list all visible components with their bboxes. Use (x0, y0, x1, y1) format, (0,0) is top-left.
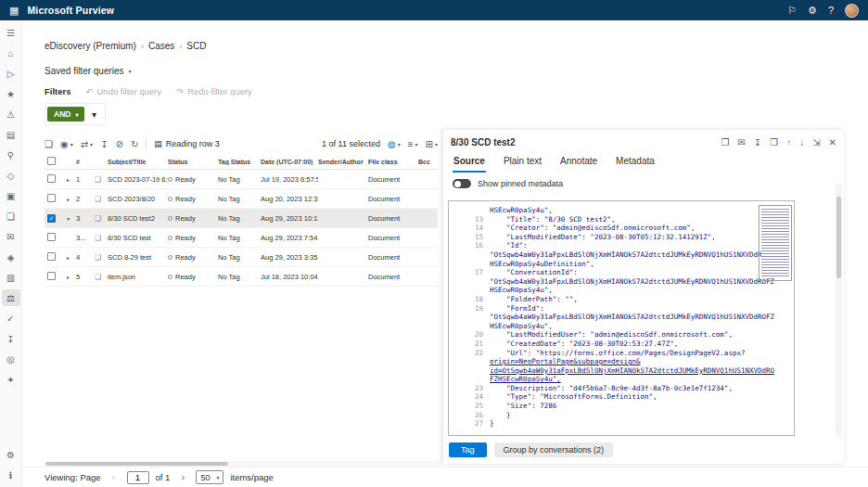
breadcrumb-item[interactable]: SCD (186, 41, 206, 51)
view-options-button[interactable]: ≡▾ (408, 139, 418, 149)
breadcrumb-item[interactable]: eDiscovery (Premium) (45, 41, 136, 51)
json-link-text[interactable]: id=OtSqwb4aW0y31aFpxLBdSlONjXmHIANOkS7A2… (490, 366, 774, 376)
json-line: HSEcwR0paSy4u", (449, 206, 794, 215)
review-set-options-button[interactable]: ◍▾ (388, 139, 401, 149)
layout-options-button[interactable]: ⊞▾ (426, 139, 438, 149)
undo-filter-button[interactable]: ↶ Undo filter query (86, 86, 162, 96)
app-launcher-icon[interactable]: ▦ (9, 5, 19, 17)
cell-status: Ready (168, 253, 218, 262)
user-avatar[interactable] (845, 4, 859, 18)
items-per-page-select[interactable]: 50 ▾ (196, 470, 223, 484)
ediscovery-icon[interactable]: ⚖ (2, 289, 20, 306)
communications-icon[interactable]: ◈ (2, 249, 20, 265)
redo-filter-button[interactable]: ↷ Redo filter query (176, 86, 252, 96)
menu-icon[interactable]: ☰ (2, 24, 20, 41)
data-icon[interactable]: ▥ (2, 269, 20, 286)
row-checkbox[interactable] (47, 174, 56, 183)
tab-source[interactable]: Source (453, 153, 486, 173)
json-line: 15 "LastModifiedDate": "2023-08-30T05:12… (449, 233, 794, 242)
row-expand-chevron[interactable]: ▸ (63, 176, 76, 183)
table-row[interactable]: ▸1❏SCD 2023-07-19 6:5...ReadyNo TagJul 1… (45, 170, 438, 189)
minimap[interactable] (759, 205, 792, 281)
select-all-checkbox[interactable] (47, 157, 56, 165)
panel-scrollbar-thumb[interactable] (836, 197, 841, 278)
search-icon[interactable]: ⚲ (2, 147, 20, 163)
export-icon[interactable]: ↧ (2, 330, 20, 347)
actions-icon[interactable]: ▷ (2, 65, 20, 82)
and-operator-button[interactable]: AND ▾ (47, 107, 84, 122)
json-text: HSEcwR0paSy4u", (490, 322, 553, 331)
cell-tag-status: No Tag (218, 273, 261, 281)
json-link-text[interactable]: FZHSEcwR0paSy4u", (490, 375, 561, 384)
cell-subject: SCD 8-29 test (108, 253, 168, 262)
row-expand-chevron[interactable]: ▸ (63, 196, 76, 202)
file-icon: ❏ (91, 234, 108, 242)
info-icon[interactable]: ℹ (2, 467, 20, 483)
tag-button[interactable]: Tag (449, 442, 487, 457)
previous-document-icon[interactable]: ↑ (786, 137, 791, 147)
saved-filter-queries[interactable]: Saved filter queries ▾ (45, 66, 132, 76)
content-icon[interactable]: ❏ (2, 208, 20, 224)
mail-icon[interactable]: ✉ (2, 228, 20, 245)
breadcrumb-item[interactable]: Cases (148, 41, 174, 51)
download-document-icon[interactable]: ↧ (754, 137, 761, 147)
page-number-input[interactable] (127, 471, 149, 484)
panel-header: 8/30 SCD test2 ❐ ✉ ↧ ❒ ↑ ↓ ⇲ ✕ (443, 130, 844, 151)
row-checkbox[interactable]: ✓ (47, 214, 56, 223)
line-number: 25 (449, 402, 490, 411)
permissions-icon[interactable]: ✦ (2, 371, 20, 388)
tab-plain-text[interactable]: Plain text (503, 153, 542, 173)
next-page-button[interactable]: › (176, 471, 189, 484)
row-expand-chevron[interactable]: ▸ (63, 254, 76, 261)
alerts-icon[interactable]: ⚠ (2, 106, 20, 122)
cell-file-class: Document (368, 234, 418, 242)
close-panel-icon[interactable]: ✕ (829, 137, 836, 147)
reports-icon[interactable]: ▤ (2, 126, 20, 143)
refresh-icon[interactable]: ↻ (131, 139, 138, 149)
help-icon[interactable]: ? (828, 5, 834, 16)
print-icon[interactable]: ❒ (770, 137, 778, 147)
json-link-text[interactable]: origin=NeoPortalPage&subpage=design& (490, 357, 641, 366)
download-icon[interactable]: ↧ (100, 139, 108, 149)
clear-filters-icon[interactable]: ⊘ (116, 139, 123, 149)
cases-icon[interactable]: ▣ (2, 187, 20, 204)
group-by-conversations-button[interactable]: Group by conversations (2) (494, 442, 614, 457)
rail-items: ☰⌂▷★⚠▤⚲◇▣❏✉◈▥⚖✓↧◎✦ (2, 24, 20, 446)
table-row[interactable]: ▸2❏SCD 2023/8/20ReadyNo TagAug 20, 2023 … (45, 189, 438, 209)
settings-gear-icon[interactable]: ⚙ (808, 5, 817, 17)
table-row[interactable]: ✓▾3❏8/30 SCD test2ReadyNo TagAug 29, 202… (45, 209, 438, 228)
show-pinned-metadata-toggle[interactable] (453, 179, 471, 188)
table-row[interactable]: ▸4❏SCD 8-29 testReadyNo TagAug 29, 2023 … (45, 248, 438, 267)
row-checkbox[interactable] (47, 272, 56, 280)
summary-report-icon[interactable]: ❏ (45, 139, 53, 149)
audit-icon[interactable]: ✓ (2, 310, 20, 327)
file-icon: ❏ (91, 214, 108, 223)
row-expand-chevron[interactable]: ▾ (63, 215, 76, 222)
row-checkbox[interactable] (47, 233, 56, 241)
row-checkbox[interactable] (47, 252, 56, 261)
horizontal-scrollbar-thumb[interactable] (45, 462, 228, 466)
top-bar: ▦ Microsoft Purview ⚐ ⚙ ? (0, 0, 868, 20)
tab-annotate[interactable]: Annotate (559, 153, 598, 173)
home-icon[interactable]: ⌂ (2, 45, 20, 61)
panel-scrollbar[interactable] (836, 184, 842, 438)
preview-options-button[interactable]: ◉▾ (60, 139, 73, 149)
announcements-icon[interactable]: ⚐ (787, 5, 797, 17)
table-row[interactable]: 3...❏8/30 SCD testReadyNo TagAug 29, 202… (45, 228, 438, 248)
policies-icon[interactable]: ◇ (2, 167, 20, 184)
column-options-button[interactable]: ⇄▾ (81, 139, 93, 149)
row-checkbox[interactable] (47, 194, 56, 202)
tab-metadata[interactable]: Metadata (615, 153, 656, 173)
row-expand-chevron[interactable]: ▸ (63, 274, 76, 280)
favorites-icon[interactable]: ★ (2, 85, 20, 102)
table-row[interactable]: ▸5❏item.jsonReadyNo TagJul 18, 2023 10:0… (45, 267, 438, 287)
settings-icon[interactable]: ⚙ (2, 446, 20, 463)
email-view-icon[interactable]: ✉ (737, 137, 745, 147)
open-file-icon[interactable]: ❐ (721, 137, 730, 147)
previous-page-button[interactable]: ‹ (108, 471, 121, 484)
status-dot-icon (168, 216, 172, 221)
filter-more-chevron[interactable]: ▾ (84, 109, 103, 120)
next-document-icon[interactable]: ↓ (799, 137, 804, 147)
people-icon[interactable]: ◎ (2, 351, 20, 367)
expand-panel-icon[interactable]: ⇲ (812, 137, 820, 147)
